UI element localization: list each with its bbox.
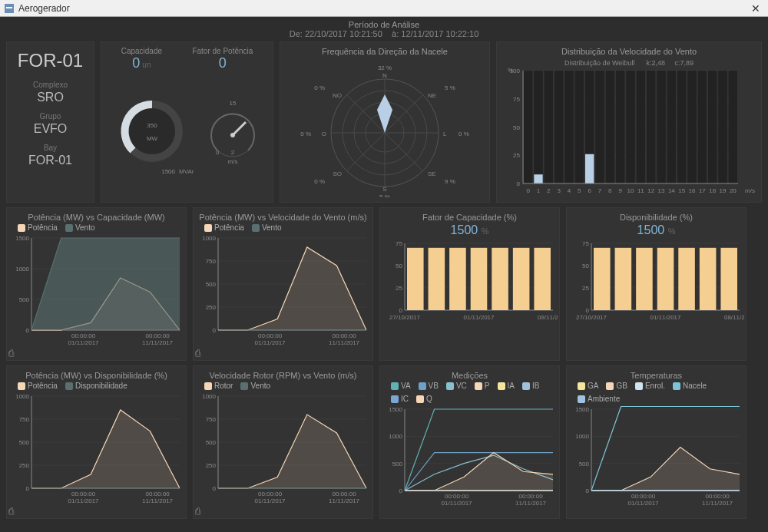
- legend-swatch: [65, 382, 73, 390]
- medicoes-legend-item[interactable]: IA: [498, 382, 515, 390]
- rotor_vs_vento-legend-item[interactable]: Vento: [240, 382, 270, 390]
- svg-text:08/11/2017: 08/11/2017: [724, 314, 744, 321]
- pot_vs_vel-legend-item[interactable]: Potência: [204, 223, 244, 232]
- medicoes-legend: VAVBVCPIAIBICQ: [391, 382, 554, 403]
- ms-unit: m/s: [228, 158, 238, 165]
- pot_vs_disp-legend-item[interactable]: Potência: [18, 382, 58, 390]
- svg-text:14: 14: [668, 187, 675, 194]
- export-icon[interactable]: ⎙: [8, 506, 14, 517]
- svg-text:NO: NO: [333, 92, 342, 99]
- svg-text:500: 500: [206, 439, 217, 446]
- svg-rect-71: [667, 71, 676, 183]
- svg-text:O: O: [322, 131, 326, 137]
- legend-swatch: [475, 382, 482, 390]
- temperaturas-card: TemperaturasGAGBEnrol.NaceleAmbiente0500…: [566, 365, 746, 519]
- fp-label: Fator de Potência: [192, 47, 253, 55]
- svg-text:8: 8: [608, 187, 612, 194]
- svg-rect-153: [700, 248, 717, 310]
- close-button[interactable]: ✕: [746, 2, 765, 15]
- medicoes-legend-item[interactable]: IB: [522, 382, 539, 390]
- legend-swatch: [635, 382, 643, 390]
- svg-text:00:00:00: 00:00:00: [145, 332, 170, 339]
- legend-label: Vento: [262, 223, 282, 232]
- svg-text:m/s: m/s: [745, 187, 755, 194]
- turbine-id: FOR-01: [12, 50, 89, 71]
- fator_cap-title: Fator de Capacidade (%): [385, 213, 554, 222]
- export-icon[interactable]: ⎙: [195, 348, 200, 359]
- svg-text:1000: 1000: [15, 266, 29, 273]
- svg-text:18: 18: [709, 187, 716, 194]
- export-icon[interactable]: ⎙: [8, 348, 14, 359]
- svg-rect-46: [545, 71, 553, 183]
- svg-text:01/11/2017: 01/11/2017: [68, 339, 100, 346]
- medicoes-legend-item[interactable]: IC: [391, 395, 409, 403]
- svg-rect-1: [6, 7, 12, 8]
- export-icon[interactable]: ⎙: [195, 506, 200, 517]
- svg-text:11/11/2017: 11/11/2017: [702, 500, 733, 507]
- bay-label: Bay: [12, 144, 89, 152]
- svg-text:00:00:00: 00:00:00: [631, 493, 656, 500]
- medicoes-legend-item[interactable]: VA: [391, 382, 411, 390]
- pot_vs_vel-legend-item[interactable]: Vento: [252, 223, 282, 232]
- mvar-unit: MVAr: [179, 168, 194, 175]
- legend-label: Nacele: [683, 382, 707, 390]
- wind-dist-k: k:2,48: [646, 59, 665, 67]
- temperaturas-legend-item[interactable]: Nacele: [673, 382, 707, 390]
- legend-label: VC: [456, 382, 467, 390]
- svg-text:12: 12: [647, 187, 654, 194]
- cap-value: 0: [132, 55, 140, 71]
- svg-text:11: 11: [637, 187, 644, 194]
- mw-unit: MW: [147, 135, 158, 142]
- svg-rect-65: [637, 71, 645, 183]
- temperaturas-legend-item[interactable]: GB: [606, 382, 627, 390]
- temperaturas-legend-item[interactable]: Enrol.: [635, 382, 665, 390]
- pot_vs_cap-legend-item[interactable]: Vento: [65, 223, 95, 232]
- svg-text:1500: 1500: [389, 406, 402, 413]
- disponibilidade-card: Disponibilidade (%)1500 %025507527/10/20…: [566, 207, 746, 361]
- legend-swatch: [578, 395, 585, 403]
- svg-rect-57: [595, 71, 604, 183]
- legend-swatch: [606, 382, 614, 390]
- svg-text:11/11/2017: 11/11/2017: [142, 497, 174, 504]
- fator_cap-chart: 025507527/10/201701/11/201708/11/2017: [385, 240, 558, 329]
- svg-text:50: 50: [582, 263, 589, 269]
- medicoes-legend-item[interactable]: VC: [446, 382, 467, 390]
- temperaturas-legend-item[interactable]: GA: [578, 382, 598, 390]
- svg-text:4: 4: [568, 187, 571, 194]
- medicoes-legend-item[interactable]: P: [475, 382, 490, 390]
- rotor_vs_vento-legend-item[interactable]: Rotor: [204, 382, 233, 390]
- rotor_vs_vento-legend: RotorVento: [204, 382, 368, 390]
- wind-dist-subtitle: Distribuição de Weibull: [564, 59, 634, 67]
- pot_vs_vel-legend: PotênciaVento: [204, 223, 368, 232]
- legend-swatch: [252, 224, 260, 232]
- medicoes-legend-item[interactable]: Q: [416, 395, 432, 403]
- medicoes-legend-item[interactable]: VB: [419, 382, 439, 390]
- pot_vs_disp-legend-item[interactable]: Disponibilidade: [65, 382, 127, 390]
- svg-line-4: [233, 122, 246, 135]
- gauges-svg: 350 MW 1500 MVAr 15 0 2 m/s: [106, 78, 271, 197]
- svg-text:0: 0: [26, 327, 30, 334]
- pot_vs_cap-legend-item[interactable]: Potência: [18, 223, 58, 232]
- pot_vs_cap-card: Potência (MW) vs Capacidade (MW)Potência…: [6, 207, 187, 361]
- svg-text:25: 25: [513, 152, 520, 159]
- svg-text:750: 750: [206, 416, 217, 423]
- svg-text:1500: 1500: [575, 406, 589, 413]
- svg-rect-52: [575, 71, 584, 183]
- ms-value: 2: [231, 149, 235, 156]
- temperaturas-legend-item[interactable]: Ambiente: [578, 395, 620, 403]
- pot_vs_vel-chart: 0250500750100000:00:0001/11/201700:00:00…: [198, 235, 371, 349]
- svg-text:500: 500: [206, 281, 217, 288]
- svg-text:00:00:00: 00:00:00: [71, 332, 96, 339]
- svg-text:1000: 1000: [202, 235, 216, 242]
- fp-value: 0: [219, 55, 227, 71]
- pot_vs_cap-legend: PotênciaVento: [18, 223, 181, 232]
- svg-text:N: N: [382, 72, 387, 79]
- period-from-prefix: De:: [290, 29, 303, 38]
- legend-swatch: [65, 224, 73, 232]
- svg-text:00:00:00: 00:00:00: [258, 491, 283, 497]
- svg-text:1000: 1000: [389, 433, 402, 440]
- pot_vs_cap-chart: 05001000150000:00:0001/11/201700:00:0011…: [12, 235, 184, 349]
- svg-text:11/11/2017: 11/11/2017: [515, 500, 547, 507]
- legend-label: Ambiente: [588, 395, 620, 403]
- legend-label: VA: [401, 382, 411, 390]
